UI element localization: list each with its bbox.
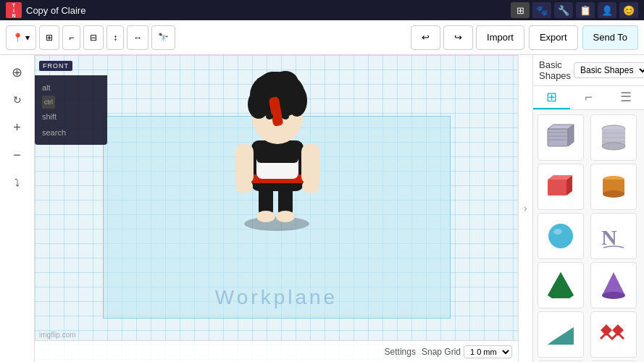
toolbar: 📍 ▾ ⊞ ⌐ ⊟ ↕ ↔ 🔭 ↩ ↪ Import Export Send T… bbox=[0, 20, 644, 55]
select-tool[interactable]: ⊕ bbox=[4, 59, 30, 85]
shapes-grid: N bbox=[533, 110, 644, 362]
main-area: ⊕ ↻ + − ⤵ alt ctrl shift search FRONT bbox=[0, 55, 644, 362]
undo-button[interactable]: ↩ bbox=[411, 25, 440, 50]
panel-title: Basic Shapes bbox=[539, 59, 571, 81]
avatar-icon[interactable]: 😊 bbox=[619, 2, 638, 18]
right-panel: Basic Shapes Basic Shapes Featured All 🔍… bbox=[532, 55, 644, 362]
shape-text-red[interactable] bbox=[590, 311, 637, 358]
import-button[interactable]: Import bbox=[476, 25, 524, 50]
top-bar: T I N Copy of Claire ⊞ 🐾 🔧 📋 👤 😊 bbox=[0, 0, 644, 20]
user-icon[interactable]: 👤 bbox=[598, 2, 616, 18]
svg-point-43 bbox=[553, 229, 562, 235]
export-button[interactable]: Export bbox=[529, 25, 578, 50]
side-view-button[interactable]: ↕ bbox=[106, 25, 124, 50]
shape-cylinder-striped[interactable] bbox=[590, 114, 637, 161]
send-to-button[interactable]: Send To bbox=[582, 25, 638, 50]
settings-bar: Settings Snap Grid 1 0 mm 0.5 mm 2 mm bbox=[35, 340, 518, 362]
svg-marker-46 bbox=[548, 272, 574, 298]
tab-grid[interactable]: ⊞ bbox=[533, 86, 570, 109]
workplane-label: Workplane bbox=[215, 286, 338, 309]
left-sidebar: ⊕ ↻ + − ⤵ bbox=[0, 55, 35, 362]
top-view-button[interactable]: ⌐ bbox=[62, 25, 80, 50]
front-badge: FRONT bbox=[39, 61, 72, 71]
svg-point-35 bbox=[602, 143, 625, 150]
snap-grid-label: Snap Grid bbox=[422, 347, 461, 357]
top-icons: ⊞ 🐾 🔧 📋 👤 😊 bbox=[511, 2, 638, 18]
shape-cylinder-orange[interactable] bbox=[590, 164, 637, 210]
svg-text:N: N bbox=[601, 225, 617, 249]
shape-pyramid-green[interactable] bbox=[538, 262, 584, 308]
layers-icon[interactable]: 📋 bbox=[576, 2, 595, 18]
character-model bbox=[219, 64, 335, 231]
home-tool[interactable]: ⤵ bbox=[4, 169, 30, 195]
svg-point-12 bbox=[302, 179, 319, 193]
svg-point-3 bbox=[256, 211, 275, 222]
shape-sphere-blue[interactable] bbox=[538, 213, 584, 259]
shape-text-scribble[interactable]: N bbox=[590, 213, 637, 259]
snap-grid-control: Snap Grid 1 0 mm 0.5 mm 2 mm bbox=[422, 345, 512, 358]
perspective-view-button[interactable]: ⊞ bbox=[39, 25, 59, 50]
snap-button[interactable]: 📍 ▾ bbox=[6, 25, 36, 50]
grid-view-icon[interactable]: ⊞ bbox=[511, 2, 530, 18]
workplane-platform: Workplane bbox=[103, 116, 451, 319]
svg-rect-10 bbox=[301, 144, 320, 184]
tab-corner[interactable]: ⌐ bbox=[570, 86, 607, 109]
settings-label[interactable]: Settings bbox=[385, 347, 416, 357]
front-view-button[interactable]: ⊟ bbox=[83, 25, 104, 50]
svg-point-41 bbox=[603, 190, 624, 198]
svg-point-22 bbox=[266, 114, 273, 119]
tab-list[interactable]: ☰ bbox=[607, 86, 644, 109]
app-logo: T I N bbox=[6, 2, 22, 18]
svg-point-42 bbox=[548, 224, 573, 248]
svg-rect-8 bbox=[256, 143, 298, 163]
paw-icon[interactable]: 🐾 bbox=[532, 2, 551, 18]
svg-point-11 bbox=[235, 179, 253, 193]
shortcuts-overlay: alt ctrl shift search bbox=[35, 75, 107, 145]
category-tabs: ⊞ ⌐ ☰ bbox=[533, 86, 644, 110]
snap-grid-select[interactable]: 1 0 mm 0.5 mm 2 mm bbox=[464, 345, 512, 358]
svg-point-23 bbox=[282, 114, 289, 119]
shape-cube-red[interactable] bbox=[538, 164, 584, 210]
shape-box-striped[interactable] bbox=[538, 114, 584, 161]
tools-icon[interactable]: 🔧 bbox=[554, 2, 573, 18]
svg-rect-36 bbox=[548, 180, 566, 195]
svg-point-48 bbox=[602, 292, 625, 299]
svg-rect-9 bbox=[235, 144, 254, 184]
svg-point-4 bbox=[276, 211, 295, 222]
mirror-button[interactable]: ↔ bbox=[127, 25, 149, 50]
svg-point-20 bbox=[272, 71, 298, 94]
category-dropdown[interactable]: Basic Shapes Featured All bbox=[574, 62, 644, 78]
window-title: Copy of Claire bbox=[26, 5, 506, 16]
shape-wedge-teal[interactable] bbox=[538, 311, 584, 358]
viewport[interactable]: alt ctrl shift search FRONT bbox=[35, 55, 518, 362]
camera-button[interactable]: 🔭 bbox=[151, 25, 175, 50]
zoom-out-tool[interactable]: − bbox=[4, 142, 30, 168]
panel-header: Basic Shapes Basic Shapes Featured All 🔍 bbox=[533, 55, 644, 86]
svg-rect-24 bbox=[548, 129, 568, 146]
shape-cone-purple[interactable] bbox=[590, 262, 637, 308]
watermark: imgflip.com bbox=[39, 331, 76, 339]
svg-marker-50 bbox=[548, 327, 574, 345]
zoom-in-tool[interactable]: + bbox=[4, 114, 30, 140]
redo-button[interactable]: ↪ bbox=[443, 25, 473, 50]
rotate-tool[interactable]: ↻ bbox=[4, 87, 30, 113]
collapse-panel-button[interactable]: › bbox=[518, 55, 532, 362]
